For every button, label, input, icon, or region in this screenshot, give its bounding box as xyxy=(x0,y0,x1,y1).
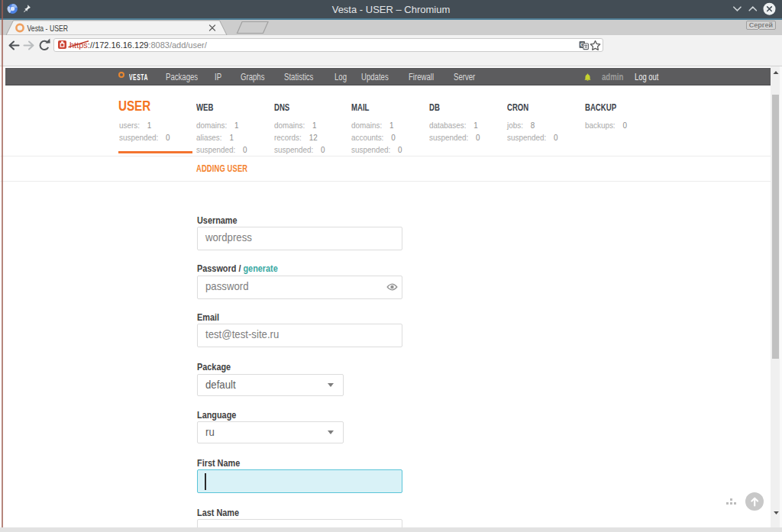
svg-text:Vesta - USER: Vesta - USER xyxy=(27,24,69,33)
